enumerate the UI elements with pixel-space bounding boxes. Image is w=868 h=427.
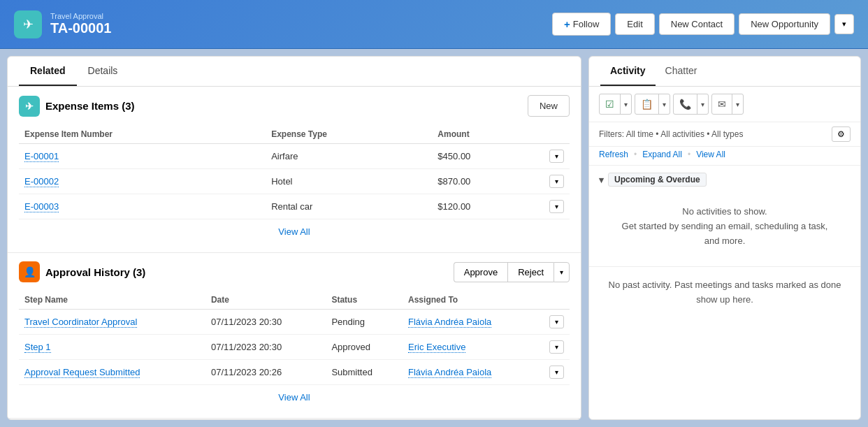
refresh-link[interactable]: Refresh	[599, 150, 628, 159]
top-bar: ✈ Travel Approval TA-00001 + Follow Edit…	[0, 0, 868, 49]
app-icon: ✈	[14, 10, 42, 38]
table-row: Step 1 07/11/2023 20:30 Approved Eric Ex…	[19, 335, 570, 360]
task-icon: ☑	[600, 94, 621, 114]
links-row: Refresh • Expand All • View All	[589, 147, 860, 166]
email-btn[interactable]: ✉ ▾	[711, 94, 744, 115]
expense-title: ✈ Expense Items (3)	[19, 96, 135, 117]
tab-activity[interactable]: Activity	[600, 57, 656, 86]
approval-icon: 👤	[19, 261, 40, 282]
expense-id-link[interactable]: E-00002	[24, 176, 59, 187]
app-subtitle: Travel Approval	[50, 12, 111, 20]
row-dropdown-button[interactable]: ▾	[549, 150, 564, 163]
expense-section: ✈ Expense Items (3) New Expense Item Num…	[8, 87, 581, 253]
approval-status: Approved	[326, 335, 403, 360]
table-row: E-00001 Airfare $450.00 ▾	[19, 144, 570, 169]
approval-status: Submitted	[326, 360, 403, 385]
top-bar-right: + Follow Edit New Contact New Opportunit…	[552, 13, 854, 36]
filters-text: Filters: All time • All activities • All…	[599, 129, 743, 139]
col-status: Status	[326, 291, 403, 310]
assigned-link[interactable]: Flávia Andréa Paiola	[408, 317, 491, 328]
row-dropdown-button[interactable]: ▾	[549, 200, 564, 213]
expense-type: Hotel	[266, 169, 432, 194]
task-dropdown-icon: ▾	[621, 96, 631, 113]
past-activity-message: No past activity. Past meetings and task…	[589, 266, 860, 319]
approval-section-header: 👤 Approval History (3) Approve Reject ▾	[19, 261, 570, 282]
follow-button[interactable]: + Follow	[552, 13, 611, 36]
approval-view-all[interactable]: View All	[19, 385, 570, 410]
upcoming-badge: Upcoming & Overdue	[608, 173, 707, 187]
row-dropdown-button[interactable]: ▾	[549, 315, 564, 328]
approval-actions: Approve Reject ▾	[454, 262, 570, 282]
tab-details[interactable]: Details	[77, 57, 129, 86]
col-expense-type: Expense Type	[266, 125, 432, 144]
expense-new-button[interactable]: New	[528, 95, 570, 117]
reject-button[interactable]: Reject	[507, 262, 554, 282]
expense-amount: $120.00	[432, 194, 542, 219]
call-btn[interactable]: 📞 ▾	[673, 94, 709, 115]
call-dropdown-icon: ▾	[697, 96, 708, 113]
expense-amount: $870.00	[432, 169, 542, 194]
row-dropdown-button[interactable]: ▾	[549, 340, 564, 354]
expense-type: Airfare	[266, 144, 432, 169]
event-icon: 📋	[635, 94, 659, 114]
title-block: Travel Approval TA-00001	[50, 12, 111, 36]
event-btn[interactable]: 📋 ▾	[635, 94, 670, 115]
expand-all-link[interactable]: Expand All	[642, 150, 682, 159]
approval-date: 07/11/2023 20:26	[205, 360, 326, 385]
email-icon: ✉	[712, 94, 732, 114]
assigned-link[interactable]: Eric Executive	[408, 342, 465, 353]
expense-view-all[interactable]: View All	[19, 219, 570, 244]
task-btn[interactable]: ☑ ▾	[599, 94, 632, 115]
left-panel: Related Details ✈ Expense Items (3) New …	[7, 56, 581, 420]
activity-tabs: Activity Chatter	[589, 57, 860, 87]
no-activity-message: No activities to show. Get started by se…	[599, 194, 851, 259]
approval-status: Pending	[326, 310, 403, 335]
upcoming-header: ▾ Upcoming & Overdue	[599, 173, 851, 187]
chevron-down-icon: ▾	[599, 175, 604, 185]
col-expense-amount: Amount	[432, 125, 542, 144]
new-contact-button[interactable]: New Contact	[659, 13, 735, 35]
tab-related[interactable]: Related	[19, 57, 77, 86]
row-dropdown-button[interactable]: ▾	[549, 366, 564, 379]
gear-button[interactable]: ⚙	[832, 126, 851, 142]
col-date: Date	[205, 291, 326, 310]
step-link[interactable]: Step 1	[24, 342, 51, 353]
assigned-link[interactable]: Flávia Andréa Paiola	[408, 367, 491, 378]
approve-button[interactable]: Approve	[454, 262, 507, 282]
col-step-name: Step Name	[19, 291, 205, 310]
approval-table: Step Name Date Status Assigned To Travel…	[19, 291, 570, 385]
left-tabs: Related Details	[8, 57, 581, 87]
edit-button[interactable]: Edit	[615, 13, 654, 35]
expense-icon: ✈	[19, 96, 40, 117]
table-row: Approval Request Submitted 07/11/2023 20…	[19, 360, 570, 385]
call-icon: 📞	[674, 94, 697, 114]
step-link[interactable]: Travel Coordinator Approval	[24, 317, 137, 328]
approval-date: 07/11/2023 20:30	[205, 310, 326, 335]
expense-id-link[interactable]: E-00001	[24, 151, 59, 162]
table-row: E-00003 Rental car $120.00 ▾	[19, 194, 570, 219]
tab-chatter[interactable]: Chatter	[656, 57, 707, 86]
step-link[interactable]: Approval Request Submitted	[24, 367, 140, 378]
view-all-link[interactable]: View All	[696, 150, 725, 159]
more-options-button[interactable]: ▾	[834, 14, 854, 34]
new-opportunity-button[interactable]: New Opportunity	[739, 13, 830, 35]
app-title: TA-00001	[50, 20, 111, 36]
approval-dropdown-button[interactable]: ▾	[554, 262, 570, 282]
top-bar-left: ✈ Travel Approval TA-00001	[14, 10, 111, 38]
expense-id-link[interactable]: E-00003	[24, 201, 59, 212]
activity-toolbar: ☑ ▾ 📋 ▾ 📞 ▾ ✉ ▾	[589, 87, 860, 122]
expense-amount: $450.00	[432, 144, 542, 169]
right-panel: Activity Chatter ☑ ▾ 📋 ▾ 📞 ▾ ✉ ▾ Filters…	[588, 56, 861, 420]
table-row: Travel Coordinator Approval 07/11/2023 2…	[19, 310, 570, 335]
col-assigned: Assigned To	[403, 291, 542, 310]
expense-section-header: ✈ Expense Items (3) New	[19, 95, 570, 117]
col-expense-number: Expense Item Number	[19, 125, 266, 144]
expense-table: Expense Item Number Expense Type Amount …	[19, 125, 570, 219]
event-dropdown-icon: ▾	[659, 96, 670, 113]
table-row: E-00002 Hotel $870.00 ▾	[19, 169, 570, 194]
approval-title: 👤 Approval History (3)	[19, 261, 145, 282]
plus-icon: +	[564, 18, 570, 30]
row-dropdown-button[interactable]: ▾	[549, 175, 564, 188]
approval-section: 👤 Approval History (3) Approve Reject ▾ …	[8, 253, 581, 419]
filters-row: Filters: All time • All activities • All…	[589, 122, 860, 147]
